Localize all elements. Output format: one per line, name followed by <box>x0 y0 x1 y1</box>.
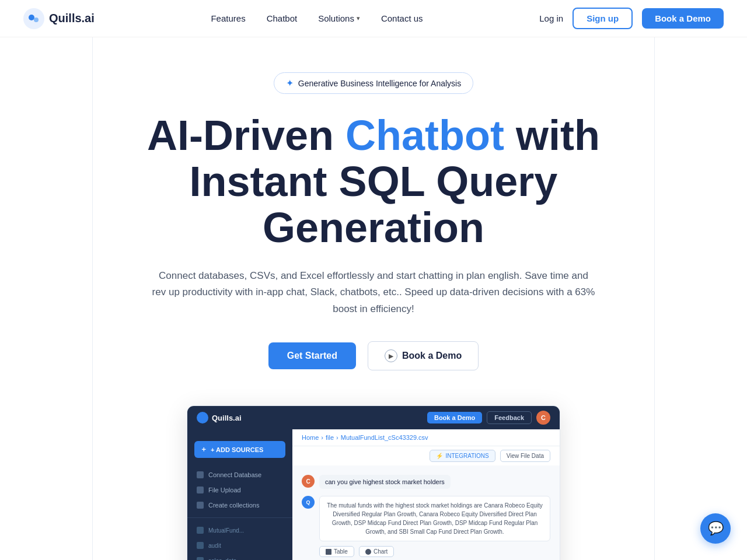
preview-logo-text: Quills.ai <box>212 414 242 422</box>
sidebar-recent-item-2: audit <box>208 542 221 549</box>
nav-item-solutions[interactable]: Solutions ▾ <box>318 13 360 23</box>
chatbot-link[interactable]: Chatbot <box>267 13 298 23</box>
signup-button[interactable]: Sign up <box>573 8 633 29</box>
decorative-right-line <box>654 37 655 560</box>
sidebar-divider <box>187 517 292 518</box>
table-icon <box>326 549 331 555</box>
book-demo-hero-label: Book a Demo <box>402 351 462 361</box>
page-wrapper: ✦ Generative Business Intelligence for A… <box>0 37 747 560</box>
connect-db-icon <box>197 471 204 478</box>
svg-point-1 <box>29 15 34 20</box>
sparkle-icon: ✦ <box>286 78 294 89</box>
breadcrumb-sep2: › <box>336 434 338 441</box>
preview-chat-user-message: C can you give highest stock market hold… <box>302 475 550 489</box>
preview-sidebar-file-upload[interactable]: File Upload <box>187 482 292 498</box>
nav-item-features[interactable]: Features <box>211 13 245 24</box>
hero-description: Connect databases, CSVs, and Excel effor… <box>152 268 595 318</box>
book-demo-nav-button[interactable]: Book a Demo <box>642 8 724 29</box>
dashboard-preview: Quills.ai Book a Demo Feedback C ＋ + ADD… <box>187 405 560 560</box>
preview-sidebar: ＋ + ADD SOURCES Connect Database File Up… <box>187 429 292 560</box>
logo-text: Quills.ai <box>49 12 95 25</box>
preview-body: ＋ + ADD SOURCES Connect Database File Up… <box>187 429 560 560</box>
tab-table-label: Table <box>334 548 348 555</box>
contact-link[interactable]: Contact us <box>381 13 423 23</box>
hero-section: ✦ Generative Business Intelligence for A… <box>0 37 747 560</box>
hero-title-part1: AI-Driven <box>147 112 345 159</box>
preview-chat-tabs: Table Chart <box>319 546 550 557</box>
login-link[interactable]: Log in <box>539 13 563 23</box>
preview-topbar: Quills.ai Book a Demo Feedback C <box>187 406 560 429</box>
logo[interactable]: Quills.ai <box>23 8 95 29</box>
sidebar-item-icon-3 <box>197 557 204 560</box>
preview-tab-chart[interactable]: Chart <box>359 546 394 557</box>
nav-item-chatbot[interactable]: Chatbot <box>267 13 298 24</box>
chat-support-button[interactable]: 💬 <box>700 513 731 544</box>
preview-sidebar-collections[interactable]: Create collections <box>187 498 292 513</box>
book-demo-hero-button[interactable]: ▶ Book a Demo <box>368 341 479 370</box>
plus-icon: ＋ <box>200 444 207 454</box>
preview-logo: Quills.ai <box>197 412 242 424</box>
preview-user-avatar: C <box>302 475 315 488</box>
preview-main-content: Home › file › MutualFundList_cSc43329.cs… <box>292 429 560 560</box>
file-upload-label: File Upload <box>208 487 241 494</box>
chat-support-icon: 💬 <box>708 521 724 536</box>
sidebar-recent-item-1: MutualFund... <box>208 527 244 534</box>
sidebar-recent-item-3: sales_data <box>208 558 236 560</box>
preview-sidebar-item-2[interactable]: audit <box>187 538 292 553</box>
file-upload-icon <box>197 487 204 494</box>
preview-breadcrumb: Home › file › MutualFundList_cSc43329.cs… <box>292 429 560 446</box>
link-icon: ⚡ <box>436 453 443 459</box>
chart-icon <box>365 549 371 555</box>
connect-db-label: Connect Database <box>208 471 261 478</box>
preview-sidebar-item-3[interactable]: sales_data <box>187 553 292 560</box>
solutions-link[interactable]: Solutions ▾ <box>318 13 360 23</box>
preview-topbar-actions: Book a Demo Feedback C <box>427 411 550 425</box>
preview-action-bar: ⚡ INTEGRATIONS View File Data <box>292 446 560 466</box>
nav-links: Features Chatbot Solutions ▾ Contact us <box>211 13 423 24</box>
preview-chat-area: C can you give highest stock market hold… <box>292 466 560 560</box>
preview-bot-bubble: The mutual funds with the highest stock … <box>319 496 550 541</box>
preview-viewfile-button[interactable]: View File Data <box>500 450 550 462</box>
sidebar-item-icon-2 <box>197 542 204 549</box>
preview-integrations-button[interactable]: ⚡ INTEGRATIONS <box>430 450 495 462</box>
preview-logo-dot <box>197 412 208 424</box>
nav-actions: Log in Sign up Book a Demo <box>539 8 724 29</box>
decorative-left-line <box>92 37 93 560</box>
hero-title: AI-Driven Chatbot with Instant SQL Query… <box>93 113 654 251</box>
get-started-button[interactable]: Get Started <box>268 342 356 369</box>
preview-sidebar-connect-db[interactable]: Connect Database <box>187 467 292 482</box>
add-sources-label: + ADD SOURCES <box>211 446 263 453</box>
sidebar-item-icon-1 <box>197 527 204 534</box>
collections-label: Create collections <box>208 502 259 509</box>
preview-add-sources-button[interactable]: ＋ + ADD SOURCES <box>194 441 285 458</box>
breadcrumb-sep1: › <box>321 434 323 441</box>
preview-bot-avatar: Q <box>302 496 315 509</box>
preview-chat-bot-message: Q The mutual funds with the highest stoc… <box>302 496 550 560</box>
collections-icon <box>197 502 204 509</box>
preview-user-bubble: can you give highest stock market holder… <box>319 475 451 489</box>
hero-badge: ✦ Generative Business Intelligence for A… <box>274 72 473 94</box>
preview-bot-content: The mutual funds with the highest stock … <box>319 496 550 560</box>
hero-title-highlight: Chatbot <box>345 112 504 159</box>
breadcrumb-file: file <box>326 434 334 441</box>
badge-text: Generative Business Intelligence for Ana… <box>298 79 461 88</box>
hero-cta-buttons: Get Started ▶ Book a Demo <box>93 341 654 370</box>
chevron-down-icon: ▾ <box>357 15 360 22</box>
navbar: Quills.ai Features Chatbot Solutions ▾ C… <box>0 0 747 37</box>
preview-avatar: C <box>536 411 550 425</box>
preview-book-demo-button[interactable]: Book a Demo <box>427 412 482 424</box>
logo-icon <box>23 8 44 29</box>
tab-chart-label: Chart <box>374 548 388 555</box>
nav-item-contact[interactable]: Contact us <box>381 13 423 24</box>
play-icon: ▶ <box>385 349 397 362</box>
preview-feedback-button[interactable]: Feedback <box>487 411 532 424</box>
svg-point-2 <box>34 18 39 22</box>
preview-sidebar-item-1[interactable]: MutualFund... <box>187 523 292 538</box>
features-link[interactable]: Features <box>211 13 245 23</box>
breadcrumb-home: Home <box>302 434 319 441</box>
preview-tab-table[interactable]: Table <box>319 546 354 557</box>
integrations-label: INTEGRATIONS <box>445 453 488 459</box>
breadcrumb-filename: MutualFundList_cSc43329.csv <box>341 434 428 441</box>
